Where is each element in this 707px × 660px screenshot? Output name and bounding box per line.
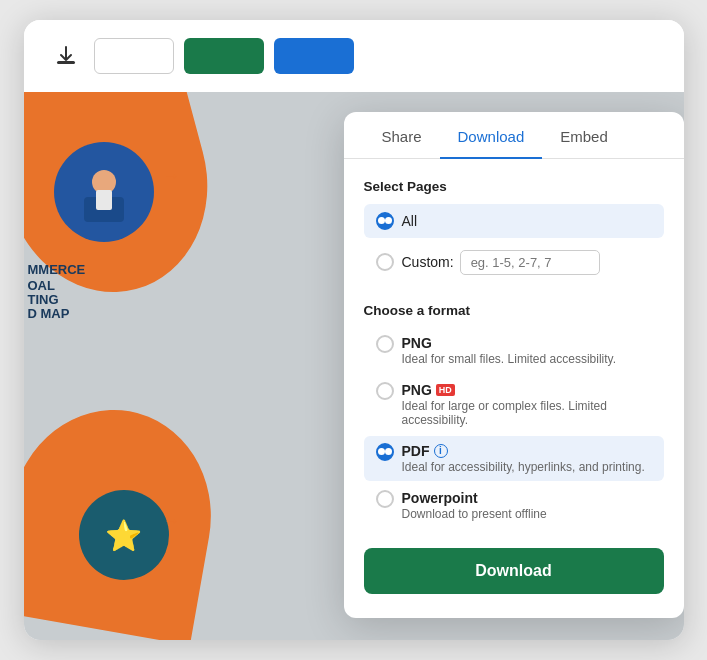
pages-custom-row[interactable]: Custom: bbox=[364, 242, 664, 283]
main-frame: ⭐ MMERCE OAL TING D MAP → → Share Downlo… bbox=[24, 20, 684, 640]
format-png-desc: Ideal for small files. Limited accessibi… bbox=[402, 352, 617, 366]
format-pdf-info: PDF i Ideal for accessibility, hyperlink… bbox=[402, 443, 645, 474]
panel-body: Select Pages All Custom: bbox=[344, 179, 684, 528]
arrow-orange-bottom: → bbox=[164, 512, 180, 530]
svg-rect-3 bbox=[96, 190, 112, 210]
star-badge: ⭐ bbox=[105, 518, 142, 553]
choose-format-label: Choose a format bbox=[364, 303, 664, 318]
tab-share[interactable]: Share bbox=[364, 112, 440, 159]
format-pdf-desc: Ideal for accessibility, hyperlinks, and… bbox=[402, 460, 645, 474]
pdf-info-icon[interactable]: i bbox=[434, 444, 448, 458]
toolbar-btn-green[interactable] bbox=[184, 38, 264, 74]
format-png-hd-name: PNGHD bbox=[402, 382, 652, 398]
toolbar-download-icon bbox=[48, 38, 84, 74]
format-png-hd-row[interactable]: PNGHD Ideal for large or complex files. … bbox=[364, 375, 664, 434]
toolbar-btn-gray[interactable] bbox=[94, 38, 174, 74]
format-png-info: PNG Ideal for small files. Limited acces… bbox=[402, 335, 617, 366]
tab-embed[interactable]: Embed bbox=[542, 112, 626, 159]
tabs: Share Download Embed bbox=[344, 112, 684, 159]
format-png-hd-info: PNGHD Ideal for large or complex files. … bbox=[402, 382, 652, 427]
format-png-hd-radio[interactable] bbox=[376, 382, 394, 400]
select-pages-label: Select Pages bbox=[364, 179, 664, 194]
pages-custom-radio[interactable] bbox=[376, 253, 394, 271]
hd-badge: HD bbox=[436, 384, 455, 396]
download-button[interactable]: Download bbox=[364, 548, 664, 594]
pages-all-label: All bbox=[402, 213, 418, 229]
section-sep bbox=[364, 287, 664, 303]
pages-custom-label: Custom: bbox=[402, 254, 454, 270]
format-ppt-desc: Download to present offline bbox=[402, 507, 547, 521]
format-ppt-info: Powerpoint Download to present offline bbox=[402, 490, 547, 521]
format-pdf-radio[interactable] bbox=[376, 443, 394, 461]
format-png-row[interactable]: PNG Ideal for small files. Limited acces… bbox=[364, 328, 664, 373]
bg-text: MMERCE OAL TING D MAP bbox=[28, 262, 86, 322]
custom-input-wrap: Custom: bbox=[402, 250, 652, 275]
toolbar-btn-blue[interactable] bbox=[274, 38, 354, 74]
format-ppt-name: Powerpoint bbox=[402, 490, 547, 506]
infographic-bg: ⭐ MMERCE OAL TING D MAP → → bbox=[24, 92, 284, 640]
pages-all-row[interactable]: All bbox=[364, 204, 664, 238]
arrow-orange-top: → bbox=[164, 167, 180, 185]
format-png-name: PNG bbox=[402, 335, 617, 351]
format-pdf-row[interactable]: PDF i Ideal for accessibility, hyperlink… bbox=[364, 436, 664, 481]
download-modal: Share Download Embed Select Pages All bbox=[344, 112, 684, 618]
content-area: ⭐ MMERCE OAL TING D MAP → → Share Downlo… bbox=[24, 92, 684, 640]
circle-award: ⭐ bbox=[79, 490, 169, 580]
svg-rect-0 bbox=[57, 61, 75, 64]
format-png-hd-desc: Ideal for large or complex files. Limite… bbox=[402, 399, 652, 427]
tab-download[interactable]: Download bbox=[440, 112, 543, 159]
format-ppt-row[interactable]: Powerpoint Download to present offline bbox=[364, 483, 664, 528]
pages-all-radio[interactable] bbox=[376, 212, 394, 230]
toolbar bbox=[24, 20, 684, 93]
circle-blue bbox=[54, 142, 154, 242]
format-ppt-radio[interactable] bbox=[376, 490, 394, 508]
format-pdf-name: PDF i bbox=[402, 443, 645, 459]
format-png-radio[interactable] bbox=[376, 335, 394, 353]
custom-pages-input[interactable] bbox=[460, 250, 600, 275]
